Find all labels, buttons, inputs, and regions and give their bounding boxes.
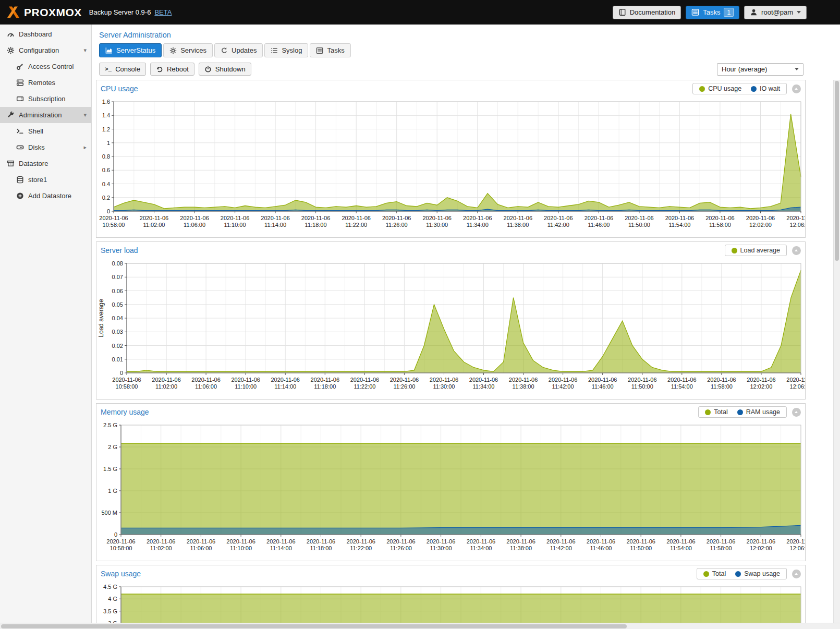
dashboard-gauge-icon [6, 30, 15, 38]
horizontal-scrollbar-thumb[interactable] [1, 624, 627, 628]
sidebar-item-label: Datastore [19, 160, 87, 167]
area-chart-icon [105, 47, 113, 54]
console-button[interactable]: >_ Console [99, 63, 146, 76]
svg-text:0.01: 0.01 [112, 356, 123, 362]
sidebar-item-remotes[interactable]: Remotes [0, 75, 91, 91]
sidebar-item-configuration[interactable]: Configuration ▾ [0, 42, 91, 58]
panel-header: Server loadLoad average [96, 242, 805, 259]
chart-svg: 00.20.40.60.811.21.41.62020-11-0610:58:0… [96, 97, 805, 237]
legend-label: Swap usage [744, 570, 780, 577]
svg-text:11:02:00: 11:02:00 [143, 222, 165, 228]
sidebar-item-add-datastore[interactable]: Add Datastore [0, 188, 91, 204]
svg-text:10:58:00: 10:58:00 [103, 222, 125, 228]
svg-text:11:42:00: 11:42:00 [547, 222, 569, 228]
svg-text:2020-11-06: 2020-11-06 [747, 538, 775, 545]
svg-text:11:10:00: 11:10:00 [235, 383, 257, 390]
tab-syslog[interactable]: Syslog [264, 43, 308, 57]
horizontal-scrollbar[interactable] [0, 623, 840, 629]
documentation-button[interactable]: Documentation [613, 6, 681, 19]
svg-text:10:58:00: 10:58:00 [116, 383, 138, 390]
sidebar-item-disks[interactable]: Disks ▸ [0, 139, 91, 155]
chart-canvas: 0500 M1 G1.5 G2 G2.5 G3 G3.5 G4 G4.5 G20… [96, 582, 805, 629]
gears-icon [169, 47, 177, 54]
svg-text:11:54:00: 11:54:00 [668, 222, 690, 228]
svg-text:2020-11-06: 2020-11-06 [549, 377, 577, 383]
svg-text:2020-11-06: 2020-11-06 [625, 215, 653, 221]
reboot-button[interactable]: Reboot [150, 63, 194, 76]
svg-text:11:10:00: 11:10:00 [230, 545, 252, 551]
timeframe-value: Hour (average) [722, 65, 767, 73]
svg-text:11:10:00: 11:10:00 [224, 222, 246, 228]
svg-text:11:22:00: 11:22:00 [345, 222, 367, 228]
panel-header: Memory usageTotalRAM usage [96, 404, 805, 420]
user-menu-button[interactable]: root@pam [744, 6, 807, 19]
svg-text:11:26:00: 11:26:00 [386, 222, 408, 228]
timeframe-select[interactable]: Hour (average) [717, 63, 804, 76]
svg-text:2020-11-06: 2020-11-06 [301, 215, 330, 221]
reboot-icon [156, 66, 163, 73]
svg-text:2020-11-06: 2020-11-06 [585, 215, 613, 221]
product-version: Backup Server 0.9-6 [89, 8, 151, 16]
svg-text:12:06:00: 12:06:00 [790, 222, 805, 228]
svg-text:11:46:00: 11:46:00 [590, 545, 612, 551]
tab-updates[interactable]: Updates [214, 43, 263, 57]
tab-services[interactable]: Services [163, 43, 213, 57]
beta-link[interactable]: BETA [154, 8, 172, 16]
svg-text:0.04: 0.04 [112, 315, 123, 321]
svg-text:11:30:00: 11:30:00 [430, 545, 452, 551]
page-title: Server Administration [99, 31, 840, 39]
svg-text:12:06:00: 12:06:00 [790, 545, 805, 551]
sidebar-item-store1[interactable]: store1 [0, 172, 91, 188]
svg-text:2020-11-06: 2020-11-06 [667, 377, 696, 383]
tasks-icon [691, 8, 699, 16]
button-label: root@pam [761, 8, 793, 16]
vertical-scrollbar-thumb[interactable] [835, 81, 839, 261]
sidebar-item-access-control[interactable]: Access Control [0, 58, 91, 75]
collapse-tool[interactable] [792, 408, 801, 417]
svg-text:0.05: 0.05 [112, 301, 123, 308]
legend-label: RAM usage [746, 408, 780, 416]
svg-text:2020-11-06: 2020-11-06 [106, 538, 135, 545]
chart-panel-cpu-usage: CPU usageCPU usageIO wait00.20.40.60.811… [96, 80, 806, 238]
sidebar-item-datastore[interactable]: Datastore [0, 155, 91, 172]
collapse-tool[interactable] [792, 84, 801, 93]
panel-title: Memory usage [101, 408, 149, 416]
svg-text:2020-11-06: 2020-11-06 [386, 538, 415, 545]
svg-text:11:02:00: 11:02:00 [155, 383, 177, 390]
chevron-down-icon[interactable]: ▾ [83, 47, 87, 53]
collapse-tool[interactable] [792, 570, 801, 578]
sidebar-item-shell[interactable]: Shell [0, 123, 91, 139]
chart-panel-server-load: Server loadLoad average00.010.020.030.04… [96, 241, 806, 400]
book-icon [618, 8, 626, 16]
sidebar-item-dashboard[interactable]: Dashboard [0, 26, 91, 42]
sidebar-item-administration[interactable]: Administration ▾ [0, 107, 91, 123]
tasks-button[interactable]: Tasks 1 [686, 6, 739, 19]
svg-text:0.6: 0.6 [102, 167, 110, 173]
sidebar-item-subscription[interactable]: Subscription [0, 91, 91, 107]
tab-tasks[interactable]: Tasks [310, 43, 350, 57]
legend-item: Total [705, 408, 727, 416]
toolbar: >_ Console Reboot Shutdown Hour (average… [99, 63, 833, 76]
svg-text:2020-11-06: 2020-11-06 [187, 538, 215, 545]
svg-text:11:34:00: 11:34:00 [470, 545, 492, 551]
plus-circle-icon [15, 192, 25, 200]
svg-text:0.03: 0.03 [112, 329, 123, 335]
vertical-scrollbar[interactable] [833, 80, 840, 629]
chevron-down-icon[interactable]: ▾ [83, 112, 87, 118]
tab-serverstatus[interactable]: ServerStatus [99, 43, 162, 57]
svg-text:2020-11-06: 2020-11-06 [430, 377, 458, 383]
panel-title: Swap usage [101, 570, 141, 578]
collapse-tool[interactable] [792, 246, 801, 255]
charts-region: CPU usageCPU usageIO wait00.20.40.60.811… [92, 80, 840, 629]
svg-text:11:58:00: 11:58:00 [709, 222, 731, 228]
svg-text:2020-11-06: 2020-11-06 [346, 538, 375, 545]
shutdown-button[interactable]: Shutdown [199, 63, 251, 76]
chevron-right-icon[interactable]: ▸ [83, 144, 87, 150]
svg-text:2020-11-06: 2020-11-06 [469, 377, 498, 383]
svg-text:2020-11-06: 2020-11-06 [588, 377, 617, 383]
svg-text:2020-11-06: 2020-11-06 [427, 538, 455, 545]
svg-text:2020-11-06: 2020-11-06 [665, 215, 694, 221]
database-icon [15, 176, 25, 184]
tab-label: Updates [232, 46, 257, 54]
svg-text:2020-11-06: 2020-11-06 [544, 215, 573, 221]
